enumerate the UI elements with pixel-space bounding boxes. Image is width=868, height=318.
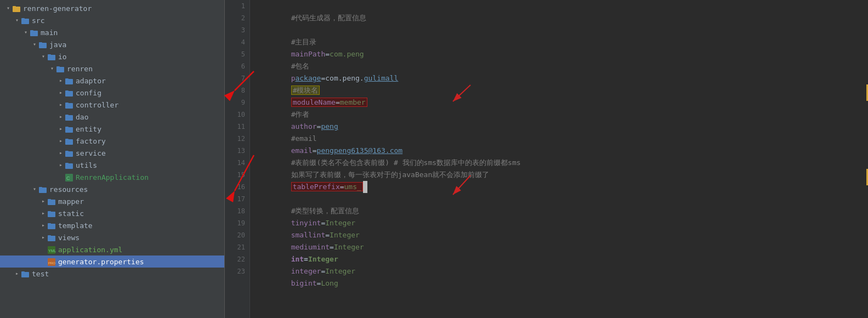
line-num-15: 15 bbox=[225, 169, 245, 181]
tree-label-views: views bbox=[58, 234, 80, 242]
tree-arrow bbox=[57, 137, 65, 145]
tree-label-adaptor: adaptor bbox=[76, 77, 106, 85]
tree-item-views[interactable]: views bbox=[0, 231, 224, 243]
svg-rect-25 bbox=[65, 151, 69, 152]
tree-item-generator-properties[interactable]: PRO generator.properties bbox=[0, 255, 224, 268]
code-key-20: mediumint bbox=[291, 243, 330, 251]
properties-icon: PRO bbox=[47, 258, 56, 266]
tree-item-io[interactable]: io bbox=[0, 50, 224, 63]
line-num-23: 23 bbox=[225, 265, 245, 277]
code-line-22: integer=Integer bbox=[257, 253, 868, 265]
tree-label-static: static bbox=[58, 209, 84, 218]
folder-icon bbox=[65, 77, 73, 86]
tree-item-mapper[interactable]: mapper bbox=[0, 195, 224, 207]
tree-item-src[interactable]: src bbox=[0, 14, 224, 26]
folder-icon bbox=[56, 65, 65, 73]
folder-icon bbox=[65, 149, 73, 158]
code-val-23: Long bbox=[321, 279, 338, 287]
tree-label-config: config bbox=[76, 89, 101, 97]
tree-label-main: main bbox=[41, 29, 58, 37]
tree-item-service[interactable]: service bbox=[0, 147, 224, 159]
tree-item-resources[interactable]: resources bbox=[0, 183, 224, 195]
code-comment-5: #包名 bbox=[291, 62, 310, 70]
line-num-6: 6 bbox=[225, 60, 245, 72]
code-val-19: Integer bbox=[330, 231, 360, 239]
folder-icon bbox=[47, 197, 56, 206]
code-eq-4: = bbox=[325, 50, 330, 58]
tree-arrow bbox=[22, 29, 30, 36]
code-key-19: smallint bbox=[291, 231, 326, 239]
tree-label-src: src bbox=[32, 16, 44, 25]
tree-item-static[interactable]: static bbox=[0, 207, 224, 219]
file-tree: renren-generator src main java io renren… bbox=[0, 0, 225, 318]
tree-arrow bbox=[57, 113, 65, 121]
code-redbox-15: tablePrefix=ums_ bbox=[291, 182, 363, 191]
tree-item-test[interactable]: test bbox=[0, 268, 224, 280]
line-num-22: 22 bbox=[225, 253, 245, 265]
svg-rect-15 bbox=[65, 90, 69, 92]
tree-item-renren-generator[interactable]: renren-generator bbox=[0, 2, 224, 14]
code-line-10: author=peng bbox=[257, 109, 868, 121]
tree-item-factory[interactable]: factory bbox=[0, 135, 224, 147]
svg-rect-21 bbox=[65, 127, 69, 128]
code-key-12: email bbox=[291, 146, 313, 155]
tree-item-entity[interactable]: entity bbox=[0, 123, 224, 135]
folder-icon bbox=[21, 16, 30, 25]
folder-icon bbox=[47, 53, 56, 61]
tree-label-renren: renren bbox=[67, 65, 93, 73]
code-val-4: com.peng bbox=[330, 50, 364, 58]
tree-item-controller[interactable]: controller bbox=[0, 99, 224, 111]
tree-item-application-yml[interactable]: YML application.yml bbox=[0, 243, 224, 255]
tree-item-main[interactable]: main bbox=[0, 26, 224, 38]
code-comment-11: #email bbox=[291, 134, 317, 143]
folder-icon bbox=[65, 125, 73, 134]
editor-content: 1 2 3 4 5 6 7 8 9 10 11 12 13 14 15 16 1… bbox=[225, 0, 868, 318]
folder-icon bbox=[38, 185, 47, 194]
code-line-12: email=pengpeng6135@163.com bbox=[257, 133, 868, 145]
code-line-1: #代码生成器，配置信息 bbox=[257, 0, 868, 12]
folder-icon bbox=[65, 101, 73, 110]
folder-icon bbox=[65, 161, 73, 170]
tree-item-config[interactable]: config bbox=[0, 87, 224, 99]
svg-rect-19 bbox=[65, 115, 69, 116]
code-line-6: package=com.peng.gulimall bbox=[257, 60, 868, 72]
code-val-21: Integer bbox=[308, 255, 338, 263]
tree-item-adaptor[interactable]: adaptor bbox=[0, 75, 224, 87]
tree-item-java[interactable]: java bbox=[0, 38, 224, 50]
tree-arrow bbox=[39, 197, 47, 205]
tree-arrow bbox=[31, 185, 38, 193]
tree-label-entity: entity bbox=[76, 125, 101, 133]
line-num-1: 1 bbox=[225, 0, 245, 12]
code-val-18: Integer bbox=[325, 219, 355, 227]
folder-icon bbox=[65, 113, 73, 122]
tree-item-renren-application[interactable]: C RenrenApplication bbox=[0, 171, 224, 183]
code-val-10: peng bbox=[321, 122, 338, 130]
tree-label-io: io bbox=[58, 53, 67, 61]
line-num-10: 10 bbox=[225, 109, 245, 121]
code-eq-12: = bbox=[313, 146, 317, 155]
tree-arrow bbox=[57, 149, 65, 157]
editor-panel: 1 2 3 4 5 6 7 8 9 10 11 12 13 14 15 16 1… bbox=[225, 0, 868, 318]
tree-arrow bbox=[39, 222, 47, 229]
line-num-21: 21 bbox=[225, 241, 245, 253]
yaml-icon: YML bbox=[47, 246, 56, 254]
tree-label-mapper: mapper bbox=[58, 197, 84, 206]
folder-icon bbox=[30, 29, 38, 37]
svg-text:C: C bbox=[66, 175, 70, 181]
code-val-20: Integer bbox=[334, 243, 364, 251]
tree-arrow bbox=[13, 16, 21, 24]
svg-rect-37 bbox=[48, 223, 51, 225]
tree-arrow bbox=[39, 209, 47, 217]
tree-item-utils[interactable]: utils bbox=[0, 159, 224, 171]
tree-item-dao[interactable]: dao bbox=[0, 111, 224, 123]
class-icon: C bbox=[65, 173, 73, 182]
tree-item-template[interactable]: template bbox=[0, 219, 224, 231]
code-highlight-7: #模块名 bbox=[291, 86, 320, 95]
tree-item-renren[interactable]: renren bbox=[0, 63, 224, 75]
code-redbox-8: moduleName=member bbox=[291, 98, 367, 107]
svg-rect-11 bbox=[56, 66, 60, 68]
code-key-4: mainPath bbox=[291, 50, 326, 58]
code-comment-13: #表前缀(类名不会包含表前缀) # 我们的sms数据库中的表的前缀都sms bbox=[291, 158, 521, 167]
code-link-6b: gulimall bbox=[364, 74, 399, 82]
code-editor[interactable]: #代码生成器，配置信息 #主目录 mainPath=com.peng #包名 p… bbox=[250, 0, 868, 318]
